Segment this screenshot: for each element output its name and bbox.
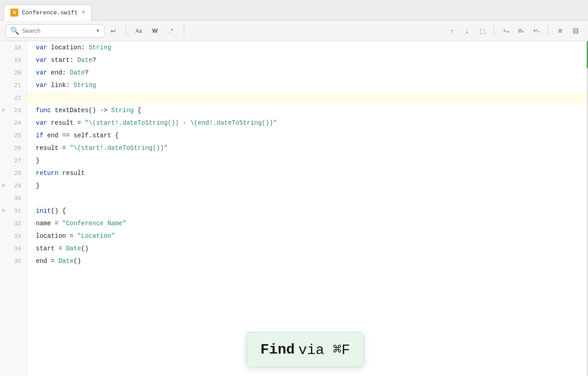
fold-indicator[interactable]: ⊕ bbox=[2, 183, 5, 188]
down-arrow-icon: ↓ bbox=[466, 27, 469, 35]
next-result-button[interactable]: ↓ bbox=[460, 25, 474, 37]
filter-icon: ⊟ bbox=[573, 26, 579, 35]
line-number-29: ⊕29 bbox=[0, 179, 26, 192]
line-number-21: 21 bbox=[0, 79, 26, 92]
code-area[interactable]: var location: Stringvar start: Date?var … bbox=[27, 41, 588, 376]
code-line-27: } bbox=[27, 154, 588, 167]
reformat-button[interactable]: ≡ bbox=[553, 25, 567, 37]
up-arrow-icon: ↑ bbox=[450, 27, 454, 35]
reformat-icon: ≡ bbox=[558, 27, 562, 35]
token-plain: { bbox=[134, 107, 141, 114]
token-plain: ? bbox=[85, 69, 88, 76]
code-line-30 bbox=[27, 192, 588, 205]
code-line-25: if end == self.start { bbox=[27, 129, 588, 142]
search-icon: 🔍 bbox=[10, 26, 19, 35]
search-dropdown-icon[interactable]: ▼ bbox=[96, 28, 99, 34]
match-case-button[interactable]: Aa bbox=[132, 25, 146, 37]
token-plain: () bbox=[74, 258, 81, 265]
insert-match-button[interactable]: +ₓₓ bbox=[499, 25, 513, 37]
case-icon: Aa bbox=[135, 28, 142, 34]
token-kw: func bbox=[36, 107, 51, 114]
code-line-28: return result bbox=[27, 167, 588, 179]
replace-icon: ↩ₓ bbox=[533, 28, 540, 34]
fold-indicator[interactable]: ⊖ bbox=[2, 208, 5, 214]
line-number-24: 24 bbox=[0, 117, 26, 129]
code-line-33: location = "Location" bbox=[27, 230, 588, 242]
line-number-30: 30 bbox=[0, 192, 26, 205]
word-icon: W bbox=[152, 27, 157, 34]
token-plain: end: bbox=[47, 69, 69, 76]
token-str: "Conference Name" bbox=[62, 220, 126, 227]
tab-bar: S Conference.swift × bbox=[0, 0, 588, 21]
code-line-22 bbox=[27, 92, 588, 104]
token-str: "\(start!.dateToString()) - \(end!.dateT… bbox=[85, 119, 277, 127]
scope-icon: ⬚ bbox=[480, 27, 485, 35]
line-number-28: 28 bbox=[0, 167, 26, 179]
token-kw: init bbox=[36, 207, 51, 214]
token-str: "Location" bbox=[77, 232, 115, 240]
line-number-27: 27 bbox=[0, 154, 26, 167]
replace-button[interactable]: ↩ₓ bbox=[529, 25, 544, 37]
token-type: String bbox=[89, 44, 111, 51]
insert-match-icon: +ₓₓ bbox=[503, 28, 509, 34]
token-type: Date bbox=[58, 258, 74, 265]
insert-all-button[interactable]: ⊟ₓ bbox=[514, 25, 528, 37]
token-plain: location = bbox=[36, 232, 77, 240]
find-rest: via ⌘F bbox=[298, 341, 350, 359]
token-plain: () { bbox=[51, 207, 66, 214]
filter-button[interactable]: ⊟ bbox=[568, 25, 583, 37]
token-plain: result bbox=[58, 170, 85, 177]
token-plain: end == self.start { bbox=[43, 132, 119, 139]
code-line-34: start = Date() bbox=[27, 242, 588, 255]
code-line-19: var start: Date? bbox=[27, 54, 588, 66]
line-number-33: 33 bbox=[0, 230, 26, 242]
token-plain: start: bbox=[47, 57, 77, 64]
regex-button[interactable]: .* bbox=[164, 25, 178, 37]
token-plain: start = bbox=[36, 245, 66, 252]
code-line-29: } bbox=[27, 179, 588, 192]
code-line-23: func textDates() -> String { bbox=[27, 104, 588, 117]
line-number-31: ⊖31 bbox=[0, 205, 26, 217]
separator-2 bbox=[184, 26, 184, 36]
token-kw: return bbox=[36, 170, 58, 177]
separator-1 bbox=[126, 26, 126, 36]
undo-button[interactable]: ↩ bbox=[106, 25, 121, 37]
line-number-34: 34 bbox=[0, 242, 26, 255]
token-type: String bbox=[74, 82, 96, 89]
tab-file-icon: S bbox=[10, 9, 18, 17]
tab-conference-swift[interactable]: S Conference.swift × bbox=[4, 4, 92, 21]
prev-result-button[interactable]: ↑ bbox=[445, 25, 459, 37]
token-plain: result = bbox=[36, 144, 70, 152]
search-input[interactable] bbox=[22, 27, 94, 34]
code-line-20: var end: Date? bbox=[27, 66, 588, 79]
token-kw: var bbox=[36, 69, 47, 76]
token-plain: textDates() -> bbox=[51, 107, 111, 114]
tab-label: Conference.swift bbox=[22, 9, 78, 16]
search-box[interactable]: 🔍 ▼ bbox=[5, 24, 104, 38]
token-plain: end = bbox=[36, 258, 58, 265]
scope-button[interactable]: ⬚ bbox=[475, 25, 489, 37]
code-line-18: var location: String bbox=[27, 41, 588, 54]
line-number-19: 19 bbox=[0, 54, 26, 66]
code-line-32: name = "Conference Name" bbox=[27, 217, 588, 230]
token-kw: var bbox=[36, 44, 47, 51]
code-line-35: end = Date() bbox=[27, 255, 588, 267]
line-numbers: 1819202122⊖232425262728⊕2930⊖3132333435 bbox=[0, 41, 27, 376]
undo-icon: ↩ bbox=[111, 27, 116, 35]
line-number-22: 22 bbox=[0, 92, 26, 104]
toolbar-right: ↑ ↓ ⬚ +ₓₓ ⊟ₓ ↩ₓ ≡ ⊟ bbox=[445, 25, 583, 37]
regex-icon: .* bbox=[169, 28, 173, 34]
code-line-26: result = "\(start!.dateToString())" bbox=[27, 142, 588, 154]
token-plain: ? bbox=[92, 57, 96, 64]
token-plain: () bbox=[81, 245, 89, 252]
token-plain: result = bbox=[47, 119, 85, 127]
line-number-32: 32 bbox=[0, 217, 26, 230]
tab-close-button[interactable]: × bbox=[82, 9, 85, 16]
token-plain: location: bbox=[47, 44, 88, 51]
match-word-button[interactable]: W bbox=[148, 25, 162, 37]
separator-4 bbox=[548, 26, 549, 36]
insert-all-icon: ⊟ₓ bbox=[518, 28, 524, 34]
token-type: Date bbox=[77, 57, 92, 64]
fold-indicator[interactable]: ⊖ bbox=[2, 108, 5, 113]
toolbar: 🔍 ▼ ↩ Aa W .* ↑ ↓ ⬚ +ₓₓ ⊟ₓ ↩ₓ bbox=[0, 21, 588, 41]
